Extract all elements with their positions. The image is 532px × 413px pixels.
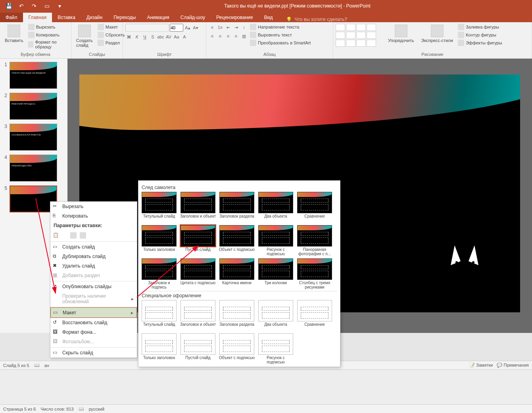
shapes-gallery[interactable]: [336, 24, 383, 47]
shadow-button[interactable]: S: [149, 33, 156, 40]
layout-option[interactable]: Объект с подписью: [219, 333, 255, 364]
tell-me-search[interactable]: 💡 Что вы хотите сделать?: [286, 17, 347, 22]
cm-new-slide[interactable]: ▭Создать слайд: [50, 241, 137, 252]
spellcheck-icon-2[interactable]: 📖: [79, 406, 84, 411]
arrange-button[interactable]: Упорядочить: [386, 24, 416, 44]
cm-reset[interactable]: ↺Восстановить слайд: [50, 318, 137, 327]
notes-button[interactable]: 📝 Заметки: [469, 363, 493, 368]
font-size-input[interactable]: [170, 24, 183, 32]
layout-option[interactable]: Столбец с тремя рисунками: [296, 258, 333, 289]
strike-button[interactable]: abc: [157, 33, 164, 40]
shape-fill-button[interactable]: Заливка фигуры: [458, 24, 502, 30]
lang-short[interactable]: ан: [44, 363, 49, 368]
tab-transitions[interactable]: Переходы: [108, 13, 141, 22]
word-count[interactable]: Число слов: 813: [40, 407, 73, 411]
case-button[interactable]: Aa: [173, 33, 180, 40]
layout-option[interactable]: Пустой слайд: [180, 225, 216, 256]
copy-button[interactable]: Копировать: [28, 32, 69, 38]
paste-button[interactable]: Вставить: [2, 24, 26, 44]
tab-view[interactable]: Вид: [259, 13, 278, 22]
layout-option[interactable]: Объект с подписью: [219, 225, 255, 256]
slide-thumb-4[interactable]: 4ПРЕИМУЩЕСТВО: [2, 155, 66, 182]
language[interactable]: русский: [89, 407, 104, 411]
cm-paste-options[interactable]: 📋: [50, 230, 137, 241]
layout-option[interactable]: Заголовок раздела: [219, 300, 255, 331]
cm-delete[interactable]: ✖Удалить слайд: [50, 261, 137, 271]
align-left-button[interactable]: ≡: [209, 33, 216, 40]
save-icon[interactable]: 💾: [6, 3, 12, 9]
layout-option[interactable]: Сравнение: [296, 192, 333, 223]
paste-option-2-icon[interactable]: [80, 232, 86, 239]
layout-option[interactable]: Только заголовок: [141, 333, 177, 364]
cm-cut[interactable]: ✂Вырезать: [50, 202, 137, 211]
section-button[interactable]: Раздел: [98, 40, 125, 46]
justify-button[interactable]: ≡: [232, 33, 240, 40]
text-direction-button[interactable]: Направление текста: [250, 24, 311, 30]
layout-option[interactable]: Два объекта: [257, 192, 294, 223]
undo-icon[interactable]: ↶: [18, 3, 25, 9]
tab-home[interactable]: Главная: [23, 13, 52, 22]
layout-option[interactable]: Рисунок с подписью: [257, 333, 294, 364]
cm-publish[interactable]: ↗Опубликовать слайды: [50, 281, 137, 291]
font-name-input[interactable]: [125, 24, 169, 32]
tab-design[interactable]: Дизайн: [81, 13, 108, 22]
decrease-font-icon[interactable]: A▾: [192, 24, 199, 31]
slide-thumb-2[interactable]: 2РАБОЧИЙ ПРОЦЕСС: [2, 93, 66, 120]
layout-option[interactable]: Заголовок и подпись: [141, 258, 177, 289]
cm-layout[interactable]: ▭Макет▸: [50, 307, 137, 318]
cm-format-bg[interactable]: 🖼Формат фона...: [50, 327, 137, 337]
slide-thumb-1[interactable]: 1ТАКОГО ВЫ ЕЩЁ НЕ ВИДЕЛИ: [2, 62, 66, 89]
italic-button[interactable]: К: [133, 33, 140, 40]
layout-option[interactable]: Три колонки: [257, 258, 294, 289]
layout-option[interactable]: Только заголовок: [141, 225, 177, 256]
comments-button[interactable]: 💬 Примечания: [497, 363, 529, 368]
layout-option[interactable]: Панорамная фотография с п...: [296, 225, 333, 256]
layout-option[interactable]: Заголовок и объект: [180, 192, 216, 223]
font-color-button[interactable]: A: [181, 33, 188, 40]
shape-outline-button[interactable]: Контур фигуры: [458, 32, 502, 38]
spacing-button[interactable]: AV: [165, 33, 172, 40]
spellcheck-icon[interactable]: 📖: [34, 363, 40, 368]
line-spacing-button[interactable]: ↕: [240, 24, 248, 31]
tab-review[interactable]: Рецензирование: [211, 13, 259, 22]
paste-option-1-icon[interactable]: [70, 232, 77, 239]
increase-indent-button[interactable]: ⇥: [232, 24, 240, 31]
tab-insert[interactable]: Вставка: [52, 13, 81, 22]
tab-animation[interactable]: Анимация: [141, 13, 175, 22]
start-show-icon[interactable]: ▭: [44, 3, 50, 9]
layout-option[interactable]: Пустой слайд: [180, 333, 216, 364]
align-center-button[interactable]: ≡: [217, 33, 224, 40]
layout-option[interactable]: Заголовок и объект: [180, 300, 216, 331]
layout-option[interactable]: Титульный слайд: [141, 300, 177, 331]
cut-button[interactable]: Вырезать: [28, 24, 69, 30]
tab-slideshow[interactable]: Слайд-шоу: [175, 13, 211, 22]
new-slide-button[interactable]: Создать слайд: [74, 24, 95, 48]
slide-thumb-3[interactable]: 3ОСОБЕННОСТИ РАБОТЫ: [2, 124, 66, 151]
align-text-button[interactable]: Выровнять текст: [250, 32, 311, 38]
format-painter-button[interactable]: Формат по образцу: [28, 40, 69, 49]
tab-file[interactable]: Файл: [0, 13, 23, 22]
bold-button[interactable]: Ж: [125, 33, 133, 40]
bullets-button[interactable]: ≡: [209, 24, 216, 31]
layout-option[interactable]: Сравнение: [296, 300, 333, 331]
layout-option[interactable]: Цитата с подписью: [180, 258, 216, 289]
shape-effects-button[interactable]: Эффекты фигуры: [458, 40, 502, 46]
redo-icon[interactable]: ↷: [31, 3, 37, 9]
columns-button[interactable]: ▥: [240, 33, 248, 40]
decrease-indent-button[interactable]: ⇤: [225, 24, 232, 31]
layout-option[interactable]: Два объекта: [257, 300, 294, 331]
notes-area[interactable]: [0, 369, 532, 404]
numbering-button[interactable]: 1≡: [217, 24, 224, 31]
increase-font-icon[interactable]: A▴: [184, 24, 191, 31]
layout-option[interactable]: Карточка имени: [219, 258, 255, 289]
qat-more-icon[interactable]: ▾: [56, 3, 63, 9]
layout-option[interactable]: Заголовок раздела: [219, 192, 255, 223]
smartart-button[interactable]: Преобразовать в SmartArt: [250, 40, 311, 46]
layout-option[interactable]: Титульный слайд: [141, 192, 177, 223]
cm-hide[interactable]: ▭Скрыть слайд: [50, 347, 137, 358]
cm-duplicate[interactable]: ⧉Дублировать слайд: [50, 252, 137, 261]
cm-copy[interactable]: ⎘Копировать: [50, 211, 137, 221]
layout-option[interactable]: Рисунок с подписью: [257, 225, 294, 256]
quick-styles-button[interactable]: Экспресс-стили: [419, 24, 455, 44]
reset-button[interactable]: Сбросить: [98, 32, 125, 38]
